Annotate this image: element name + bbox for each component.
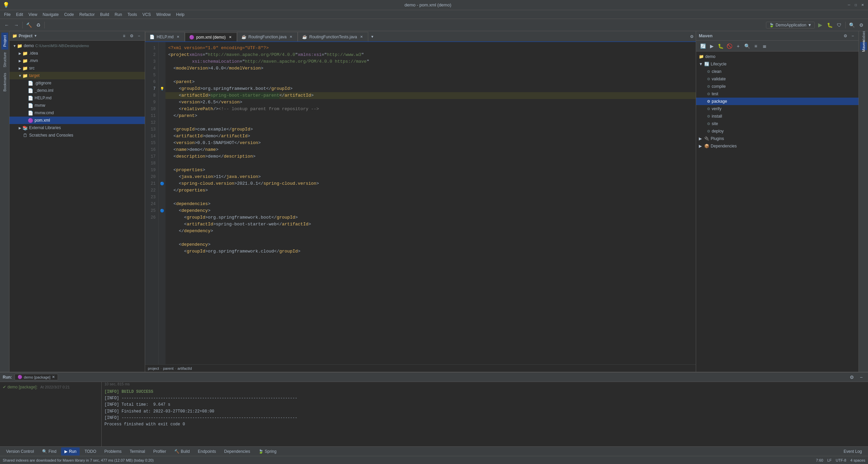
breadcrumb-parent[interactable]: parent: [163, 366, 174, 370]
project-dropdown-arrow[interactable]: ▼: [34, 34, 37, 38]
routing-tab-close[interactable]: ✕: [289, 35, 293, 39]
close-button[interactable]: ✕: [860, 2, 865, 8]
maven-collapse[interactable]: ≡: [752, 42, 760, 50]
bookmarks-panel-toggle[interactable]: Bookmarks: [1, 70, 8, 94]
maven-item-clean[interactable]: ⚙ clean: [696, 68, 859, 75]
settings-button[interactable]: ⚙: [857, 21, 865, 29]
line-separator[interactable]: LF: [827, 458, 832, 462]
run-tab-package[interactable]: 🟣 demo [package] ✕: [15, 374, 58, 380]
menu-code[interactable]: Code: [61, 12, 77, 18]
routing-tests-tab-close[interactable]: ✕: [359, 35, 364, 39]
maven-add[interactable]: +: [734, 42, 742, 50]
tree-item-demo[interactable]: ▼ 📁 demo C:\Users\MSI-NB\Desktop\demo: [9, 42, 145, 49]
maven-item-test[interactable]: ⚙ test: [696, 90, 859, 98]
menu-run[interactable]: Run: [112, 12, 125, 18]
editor[interactable]: 1 2 3 4 5 6 7 8 9 10 11 12 13 14 15 16 1: [145, 42, 696, 364]
maven-skip-tests[interactable]: 🚫: [725, 42, 733, 50]
editor-code-content[interactable]: <?xml version="1.0" encoding="UTF-8"?> <…: [165, 42, 696, 364]
maven-item-demo[interactable]: 📁 demo: [696, 53, 859, 60]
bottom-tab-dependencies[interactable]: Dependencies: [221, 447, 254, 456]
toolbar-build[interactable]: 🔨: [25, 21, 33, 29]
bottom-tab-build[interactable]: 🔨 Build: [171, 447, 193, 456]
maven-item-dependencies[interactable]: ▶ 📦 Dependencies: [696, 142, 859, 150]
cursor-position[interactable]: 7:60: [816, 458, 823, 462]
maven-item-deploy[interactable]: ⚙ deploy: [696, 127, 859, 135]
collapse-all-button[interactable]: ≡: [121, 33, 127, 39]
bottom-tab-find[interactable]: 🔍 Find: [39, 447, 60, 456]
run-config-selector[interactable]: 🍃 DemoApplication ▼: [766, 22, 815, 28]
maven-settings-button[interactable]: ⚙: [842, 33, 848, 39]
maven-debug[interactable]: 🐛: [716, 42, 725, 50]
tree-item-pomxml[interactable]: 🟣 pom.xml: [9, 117, 145, 124]
bottom-tab-endpoints[interactable]: Endpoints: [195, 447, 219, 456]
maven-item-plugins[interactable]: ▶ 🔌 Plugins: [696, 135, 859, 142]
maven-item-package[interactable]: ⚙ package: [696, 98, 859, 105]
file-encoding[interactable]: UTF-8: [836, 458, 846, 462]
maven-run[interactable]: ▶: [708, 42, 716, 50]
maven-expand[interactable]: ≣: [761, 42, 769, 50]
tab-pomxml[interactable]: 🟣 pom.xml (demo) ✕: [185, 33, 237, 42]
maven-item-validate[interactable]: ⚙ validate: [696, 75, 859, 83]
maven-refresh[interactable]: 🔄: [699, 42, 707, 50]
tab-routing[interactable]: ☕ RoutingFunction.java ✕: [237, 32, 298, 41]
minimize-button[interactable]: ─: [846, 2, 852, 8]
helpmd-tab-close[interactable]: ✕: [176, 35, 180, 39]
maven-panel-toggle[interactable]: Maven: [860, 42, 867, 50]
tree-item-mvn[interactable]: ▶ 📁 .mvn: [9, 57, 145, 64]
menu-build[interactable]: Build: [97, 12, 112, 18]
bottom-tab-profiler[interactable]: Profiler: [150, 447, 170, 456]
menu-refactor[interactable]: Refactor: [77, 12, 97, 18]
bottom-tab-spring[interactable]: 🍃 Spring: [255, 447, 280, 456]
project-hide-button[interactable]: −: [136, 33, 142, 39]
pomxml-tab-close[interactable]: ✕: [228, 35, 233, 40]
tabs-overflow-button[interactable]: ▾: [368, 32, 376, 41]
menu-file[interactable]: File: [1, 12, 13, 18]
menu-window[interactable]: Window: [154, 12, 174, 18]
run-console-output[interactable]: [INFO] BUILD SUCCESS [INFO] ------------…: [102, 387, 868, 446]
tree-item-gitignore[interactable]: 📄 .gitignore: [9, 79, 145, 87]
breadcrumb-project[interactable]: project: [148, 366, 159, 370]
breadcrumb-artifactid[interactable]: artifactId: [178, 366, 192, 370]
bottom-tab-event-log[interactable]: Event Log: [840, 447, 865, 456]
maven-item-lifecycle[interactable]: ▼ 🔄 Lifecycle: [696, 60, 859, 68]
maven-item-compile[interactable]: ⚙ compile: [696, 83, 859, 90]
menu-view[interactable]: View: [26, 12, 40, 18]
indentation[interactable]: 4 spaces: [850, 458, 865, 462]
menu-vcs[interactable]: VCS: [140, 12, 154, 18]
maven-search[interactable]: 🔍: [743, 42, 751, 50]
maven-item-site[interactable]: ⚙ site: [696, 120, 859, 127]
tab-settings-button[interactable]: ⚙: [688, 32, 696, 41]
tree-item-target[interactable]: ▼ 📁 target: [9, 72, 145, 79]
tree-item-mvnwcmd[interactable]: 📄 mvnw.cmd: [9, 109, 145, 117]
bottom-tab-run[interactable]: ▶ Run: [61, 447, 80, 456]
bottom-tab-version-control[interactable]: Version Control: [3, 447, 37, 456]
maven-hide-button[interactable]: −: [850, 33, 856, 39]
bottom-tab-terminal[interactable]: Terminal: [126, 447, 149, 456]
tree-item-src[interactable]: ▶ 📁 src: [9, 64, 145, 72]
tab-routing-tests[interactable]: ☕ RoutingFunctionTests.java ✕: [298, 32, 368, 41]
database-panel-toggle[interactable]: Database: [860, 33, 867, 41]
toolbar-rebuild[interactable]: ♻: [34, 21, 42, 29]
run-button[interactable]: ▶: [816, 21, 824, 29]
maximize-button[interactable]: □: [853, 2, 859, 8]
project-panel-toggle[interactable]: Project: [1, 33, 8, 49]
tree-item-mvnw[interactable]: 📄 mvnw: [9, 102, 145, 109]
maven-item-verify[interactable]: ⚙ verify: [696, 105, 859, 113]
tree-item-ext-libs[interactable]: ▶ 📚 External Libraries: [9, 124, 145, 132]
debug-button[interactable]: 🐛: [826, 21, 834, 29]
coverage-button[interactable]: 🛡: [835, 21, 843, 29]
menu-edit[interactable]: Edit: [13, 12, 26, 18]
menu-help[interactable]: Help: [173, 12, 187, 18]
menu-tools[interactable]: Tools: [125, 12, 140, 18]
project-settings-button[interactable]: ⚙: [129, 33, 135, 39]
bottom-tab-problems[interactable]: Problems: [101, 447, 125, 456]
toolbar-back[interactable]: ←: [3, 21, 11, 29]
structure-panel-toggle[interactable]: Structure: [1, 49, 8, 70]
bottom-tab-todo[interactable]: TODO: [81, 447, 99, 456]
tree-item-iml[interactable]: 📄 _demo.iml: [9, 87, 145, 94]
search-everywhere[interactable]: 🔍: [848, 21, 856, 29]
run-settings-button[interactable]: ⚙: [848, 373, 856, 381]
maven-item-install[interactable]: ⚙ install: [696, 113, 859, 120]
tab-helpmd[interactable]: 📄 HELP.md ✕: [145, 32, 185, 41]
toolbar-forward[interactable]: →: [12, 21, 20, 29]
